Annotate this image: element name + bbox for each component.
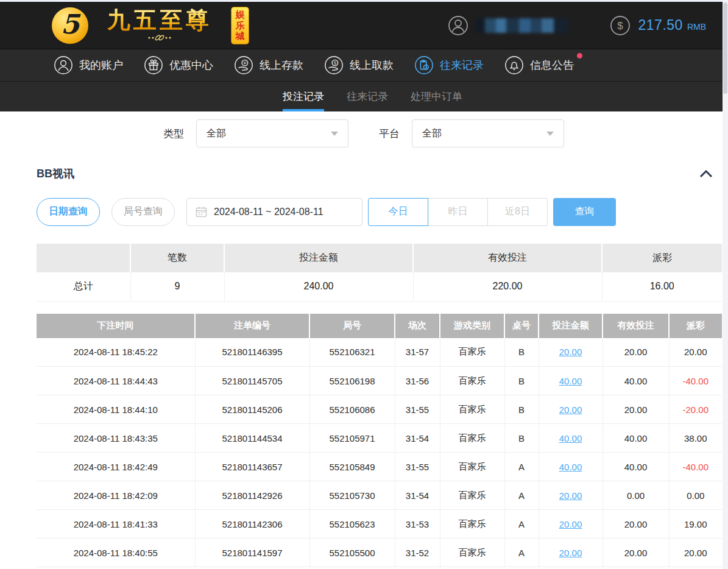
- summary-bet-amount-value: 240.00: [224, 272, 413, 301]
- tab-transaction-records[interactable]: 往来记录: [347, 82, 388, 111]
- table-cell: 521801142926: [195, 481, 309, 510]
- table-cell: 2024-08-11 18:42:49: [37, 453, 195, 481]
- nav-item-deposit[interactable]: ¥ 线上存款: [234, 55, 303, 75]
- col-bet-time: 下注时间: [37, 314, 195, 338]
- table-cell: 2024-08-11 18:45:22: [37, 338, 195, 367]
- main-nav: 我的账户 优惠中心 ¥ 线上存款 $ 线上取款 往来记录 信息公告: [0, 49, 728, 81]
- table-cell[interactable]: 20.00: [539, 395, 603, 424]
- yesterday-button[interactable]: 昨日: [428, 198, 488, 226]
- summary-header-valid-bet: 有效投注: [413, 244, 602, 272]
- bet-records-table: 下注时间 注单编号 局号 场次 游戏类别 桌号 投注金额 有效投注 派彩 202…: [37, 314, 722, 568]
- bet-amount-link[interactable]: 20.00: [559, 548, 582, 558]
- today-button[interactable]: 今日: [368, 198, 428, 226]
- col-table-code: 桌号: [504, 314, 539, 338]
- type-select[interactable]: 全部: [196, 119, 348, 147]
- table-cell: A: [504, 481, 539, 510]
- table-cell: 31-54: [395, 481, 440, 510]
- table-cell[interactable]: 20.00: [539, 510, 603, 539]
- bet-amount-link[interactable]: 20.00: [559, 490, 582, 501]
- date-query-button[interactable]: 日期查询: [37, 198, 100, 226]
- collapse-chevron-up-icon[interactable]: [699, 169, 713, 178]
- tab-pending-orders[interactable]: 处理中订单: [411, 82, 462, 111]
- table-cell: 552106321: [309, 338, 395, 367]
- table-cell: 552105849: [309, 453, 395, 481]
- bet-amount-link[interactable]: 20.00: [559, 519, 582, 529]
- table-cell: 521801145705: [195, 367, 309, 395]
- table-cell: A: [504, 539, 539, 567]
- table-cell: 19.00: [669, 510, 722, 539]
- col-order-id: 注单编号: [195, 314, 309, 338]
- site-logo[interactable]: 5 九五至尊 娱乐城: [52, 7, 249, 44]
- user-account[interactable]: [448, 15, 568, 36]
- table-cell: 百家乐: [440, 338, 504, 367]
- summary-total-row: 总计 9 240.00 220.00 16.00: [37, 272, 722, 301]
- table-cell[interactable]: 40.00: [539, 453, 603, 481]
- table-cell: 31-55: [395, 395, 440, 424]
- bet-amount-link[interactable]: 40.00: [559, 433, 582, 444]
- table-cell: B: [504, 395, 539, 424]
- bet-amount-link[interactable]: 40.00: [559, 376, 582, 386]
- summary-header-payout: 派彩: [602, 244, 722, 272]
- table-cell: 552105500: [309, 539, 395, 567]
- table-cell[interactable]: 20.00: [539, 539, 603, 567]
- table-cell: 31-52: [395, 539, 440, 567]
- summary-count-value: 9: [130, 272, 224, 301]
- filter-row: 类型 全部 平台 全部: [37, 119, 722, 147]
- nav-label: 往来记录: [440, 58, 484, 72]
- query-toolbar: 日期查询 局号查询 2024-08-11 ~ 2024-08-11 今日 昨日 …: [37, 197, 722, 226]
- table-cell: A: [504, 510, 539, 539]
- search-button[interactable]: 查询: [553, 198, 616, 226]
- nav-label: 线上取款: [350, 58, 394, 72]
- notification-dot: [577, 53, 582, 58]
- bet-table-body: 2024-08-11 18:45:22521801146395552106321…: [37, 338, 722, 567]
- round-query-button[interactable]: 局号查询: [111, 198, 175, 226]
- user-avatar-icon: [448, 15, 468, 36]
- table-cell[interactable]: 20.00: [539, 481, 603, 510]
- table-row: 2024-08-11 18:45:22521801146395552106321…: [37, 338, 722, 367]
- table-cell[interactable]: 40.00: [539, 367, 603, 395]
- nav-item-transaction-records[interactable]: 往来记录: [414, 55, 484, 75]
- table-cell: 521801142306: [195, 510, 309, 539]
- platform-select[interactable]: 全部: [412, 119, 564, 147]
- table-cell: 百家乐: [440, 539, 504, 567]
- site-header: 5 九五至尊 娱乐城 $: [0, 2, 728, 49]
- col-payout: 派彩: [669, 314, 722, 338]
- table-cell: 20.00: [603, 510, 669, 539]
- nav-label: 优惠中心: [169, 58, 213, 72]
- nav-label: 我的账户: [79, 58, 123, 72]
- chevron-down-icon: [546, 132, 554, 136]
- table-cell: 0.00: [603, 481, 669, 510]
- table-cell[interactable]: 20.00: [539, 338, 603, 367]
- balance-display[interactable]: $ 217.50 RMB: [610, 15, 706, 36]
- bet-amount-link[interactable]: 20.00: [559, 347, 582, 357]
- last-8-days-button[interactable]: 近8日: [487, 198, 548, 226]
- nav-item-withdraw[interactable]: $ 线上取款: [324, 55, 394, 75]
- table-cell: 百家乐: [440, 424, 504, 453]
- table-cell: 2024-08-11 18:44:10: [37, 395, 195, 424]
- bet-amount-link[interactable]: 40.00: [559, 462, 582, 472]
- table-cell: -20.00: [669, 395, 722, 424]
- table-cell: 2024-08-11 18:44:43: [37, 367, 195, 395]
- tab-bet-records[interactable]: 投注记录: [283, 82, 324, 111]
- type-filter-label: 类型: [163, 127, 184, 141]
- platform-select-value: 全部: [422, 127, 442, 140]
- page-scrollbar[interactable]: [723, 0, 728, 569]
- date-range-picker[interactable]: 2024-08-11 ~ 2024-08-11: [186, 198, 362, 226]
- table-cell: B: [504, 367, 539, 395]
- table-cell[interactable]: 40.00: [539, 424, 603, 453]
- withdraw-icon: $: [324, 55, 344, 75]
- nav-item-promotions[interactable]: 优惠中心: [144, 55, 213, 75]
- col-round-id: 局号: [309, 314, 395, 338]
- nav-item-announcements[interactable]: 信息公告: [504, 55, 574, 75]
- table-cell: 521801146395: [195, 338, 309, 367]
- nav-item-my-account[interactable]: 我的账户: [54, 55, 123, 75]
- scrollbar-thumb[interactable]: [723, 2, 727, 94]
- logo-flourish-icon: [96, 34, 224, 42]
- nav-label: 信息公告: [530, 58, 574, 72]
- table-cell: 31-54: [395, 424, 440, 453]
- summary-header-bet-amount: 投注金额: [224, 244, 413, 272]
- table-cell: 百家乐: [440, 510, 504, 539]
- bet-amount-link[interactable]: 20.00: [559, 405, 582, 415]
- col-bet-amount: 投注金额: [539, 314, 603, 338]
- table-cell: 2024-08-11 18:41:33: [37, 510, 195, 539]
